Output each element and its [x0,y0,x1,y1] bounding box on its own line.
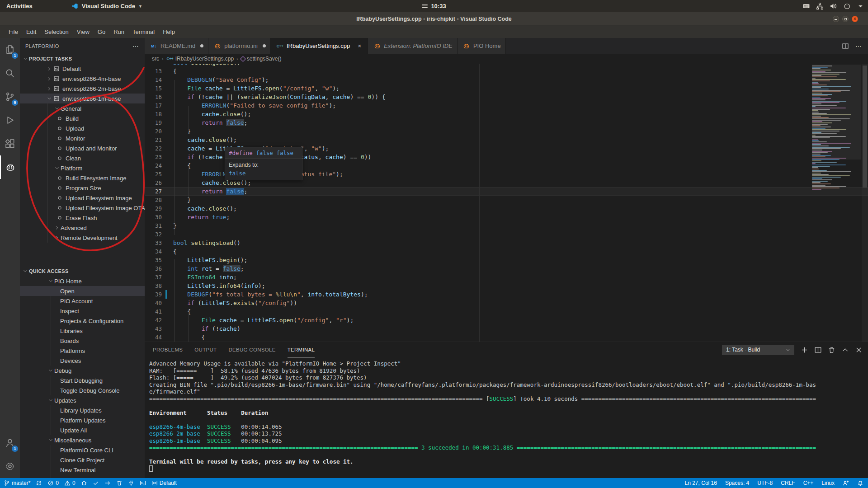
sidebar-item-erase-flash[interactable]: Erase Flash [20,213,145,223]
remote-name[interactable]: Linux [821,480,835,486]
code-line[interactable]: 41 { [145,307,868,316]
menu-run[interactable]: Run [109,27,128,37]
app-menu[interactable]: Visual Studio Code ▼ [71,3,142,10]
pio-build-button[interactable] [93,480,99,486]
sidebar-item-upload-and-monitor[interactable]: Upload and Monitor [20,143,145,153]
menu-selection[interactable]: Selection [40,27,72,37]
sidebar-item-libraries[interactable]: Libraries [20,326,145,336]
code-line[interactable]: 21 cache.close(); [145,136,868,144]
menu-help[interactable]: Help [159,27,179,37]
tab-irbabyusersettings-cpp[interactable]: C++IRbabyUserSettings.cpp× [271,38,368,54]
code-line[interactable]: 13{ [145,67,868,75]
tab-extension-platformio-ide[interactable]: Extension: PlatformIO IDE [368,38,458,54]
sidebar-item-upgrade-platformio-core[interactable]: Upgrade PlatformIO Core [20,475,145,478]
panel-tab-output[interactable]: OUTPUT [194,342,217,357]
code-line[interactable]: 35 LittleFS.begin(); [145,256,868,264]
menu-go[interactable]: Go [94,27,109,37]
sidebar-item-toggle-debug-console[interactable]: Toggle Debug Console [20,385,145,395]
pio-terminal-button[interactable] [140,480,146,486]
sidebar-item-build[interactable]: Build [20,113,145,123]
modified-dot-icon[interactable] [263,44,266,47]
panel-tab-problems[interactable]: PROBLEMS [153,342,183,357]
sidebar-item-open[interactable]: Open [20,286,145,296]
language-mode[interactable]: C++ [803,480,814,486]
close-tab-icon[interactable]: × [356,42,363,49]
code-line[interactable]: 28 } [145,196,868,204]
code-line[interactable]: 20 } [145,127,868,136]
close-icon[interactable] [855,346,863,354]
code-line[interactable]: 30 return true; [145,213,868,221]
editor-more-actions-icon[interactable]: ⋯ [855,42,862,50]
sidebar-item-debug[interactable]: Debug [20,366,145,375]
warning-count[interactable]: 0 [64,480,75,486]
code-line[interactable]: 27 return false; [145,187,868,196]
code-editor[interactable]: bool settingsSave() 13{14 DEBUGLN("Save … [145,64,868,342]
sidebar-item-upload-filesystem-image-ota[interactable]: Upload Filesystem Image OTA [20,203,145,213]
menu-view[interactable]: View [73,27,94,37]
sidebar-item-inspect[interactable]: Inspect [20,306,145,316]
cursor-position[interactable]: Ln 27, Col 16 [685,480,717,486]
git-branch-status[interactable]: master* [4,480,30,486]
activity-run-debug-icon[interactable] [0,108,20,132]
tab-readme-md[interactable]: M↓README.md [145,38,208,54]
activity-platformio-icon[interactable] [0,155,20,179]
caret-down-icon[interactable] [857,2,864,10]
pio-upload-button[interactable] [104,480,111,486]
sidebar-item-devices[interactable]: Devices [20,356,145,366]
encoding[interactable]: UTF-8 [757,480,773,486]
sidebar-item-upload-filesystem-image[interactable]: Upload Filesystem Image [20,193,145,203]
sidebar-item-start-debugging[interactable]: Start Debugging [20,375,145,385]
sidebar-item-env-esp8266-1m-base[interactable]: env:esp8266-1m-base [20,94,145,103]
activity-search-icon[interactable] [0,61,20,85]
tab-pio-home[interactable]: PIO Home [458,38,506,54]
code-line[interactable]: 39 DEBUGF("fs total bytes = %llu\n", inf… [145,290,868,299]
activity-files-icon[interactable]: 1 [0,38,20,61]
code-line[interactable]: 19 return false; [145,118,868,127]
sidebar-item-platforms[interactable]: Platforms [20,346,145,356]
code-line[interactable]: 31} [145,221,868,230]
code-line[interactable]: 44 { [145,333,868,342]
minimap[interactable] [812,66,861,190]
close-button[interactable]: × [852,16,858,22]
section-header-pt[interactable]: PROJECT TASKS [20,54,145,64]
sidebar-item-clean[interactable]: Clean [20,153,145,163]
feedback[interactable] [843,480,849,486]
code-line[interactable]: 34{ [145,247,868,256]
maximize-button[interactable] [842,16,849,22]
sidebar-item-advanced[interactable]: Advanced [20,223,145,233]
editor-scrollbar[interactable] [862,64,868,342]
more-actions-icon[interactable]: ⋯ [132,42,139,50]
pio-serial-monitor-button[interactable] [128,480,134,486]
sidebar-item-projects-configuration[interactable]: Projects & Configuration [20,316,145,326]
sidebar-item-env-esp8266-2m-base[interactable]: env:esp8266-2m-base [20,84,145,94]
volume-icon[interactable] [830,2,837,10]
sidebar-item-update-all[interactable]: Update All [20,425,145,435]
sidebar-item-miscellaneous[interactable]: Miscellaneous [20,435,145,445]
sidebar-item-platform-updates[interactable]: Platform Updates [20,415,145,425]
activity-extensions-icon[interactable] [0,132,20,155]
sidebar-item-remote-development[interactable]: Remote Development [20,233,145,243]
terminal-output[interactable]: Advanced Memory Usage is available via "… [149,360,818,472]
sidebar-item-platformio-core-cli[interactable]: PlatformIO Core CLI [20,445,145,455]
eol[interactable]: CRLF [781,480,795,486]
split-icon[interactable] [814,346,822,354]
menu-edit[interactable]: Edit [22,27,40,37]
power-icon[interactable] [843,2,851,10]
panel-tab-debug-console[interactable]: DEBUG CONSOLE [228,342,275,357]
activity-settings-gear-icon[interactable] [0,455,20,478]
tab-platformio-ini[interactable]: platformio.ini [208,38,271,54]
code-line[interactable]: 18 cache.close(); [145,110,868,118]
breadcrumb-irbabyusersettings-cpp[interactable]: C++IRbabyUserSettings.cpp [166,55,234,62]
sidebar-item-env-esp8266-4m-base[interactable]: env:esp8266-4m-base [20,74,145,84]
code-line[interactable]: 43 if (!cache) [145,324,868,333]
split-editor-icon[interactable] [842,42,849,50]
code-line[interactable]: 14 DEBUGLN("Save Config"); [145,75,868,84]
terminal-picker-dropdown[interactable]: 1: Task - Build [722,345,794,355]
pio-env-switcher[interactable]: Default [151,480,177,486]
sidebar-item-monitor[interactable]: Monitor [20,133,145,143]
sidebar-item-build-filesystem-image[interactable]: Build Filesystem Image [20,173,145,183]
minimize-button[interactable] [833,16,839,22]
sidebar-item-pio-home[interactable]: PIO Home [20,276,145,286]
plus-icon[interactable] [801,346,808,354]
menu-terminal[interactable]: Terminal [128,27,159,37]
